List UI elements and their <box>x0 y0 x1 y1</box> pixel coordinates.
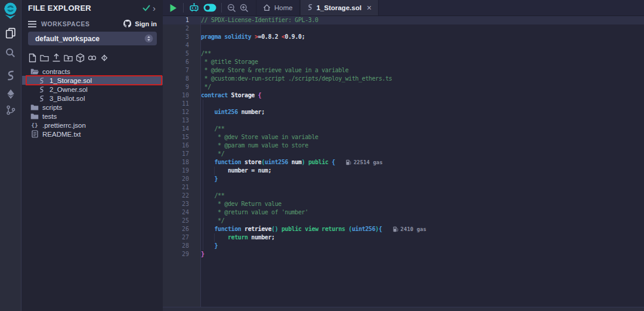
tree-item-readme-txt[interactable]: README.txt <box>22 130 163 138</box>
tab-home[interactable]: Home <box>256 0 300 16</box>
upload-file-icon[interactable] <box>52 53 61 63</box>
ipfs-cube-icon[interactable] <box>76 53 85 63</box>
tree-item-label: .prettierrc.json <box>42 122 86 129</box>
line-number: 9 <box>163 83 200 91</box>
workspace-select[interactable]: default_workspace <box>28 32 157 45</box>
code-line-8[interactable]: * @custom:dev-run-script ./scripts/deplo… <box>201 75 644 83</box>
code-line-24[interactable]: * @return value of 'number' <box>201 208 644 217</box>
code-line-23[interactable]: * @dev Return value <box>201 200 644 208</box>
line-number: 22 <box>163 192 200 200</box>
file-explorer-header: FILE EXPLORER › <box>22 0 163 16</box>
line-number: 29 <box>163 250 200 258</box>
line-number: 25 <box>163 217 200 225</box>
solidity-file-icon <box>38 86 46 93</box>
tab-1-storage-sol[interactable]: 1_Storage.sol × <box>300 0 379 16</box>
activity-bar-item-remix-logo[interactable] <box>0 2 21 21</box>
code-line-27[interactable]: return number; <box>201 233 644 242</box>
line-number: 28 <box>163 242 200 250</box>
tree-item-contracts[interactable]: contracts <box>22 67 163 76</box>
code-line-20[interactable]: } <box>201 175 644 183</box>
line-number: 4 <box>163 41 200 50</box>
line-number: 5 <box>163 50 200 58</box>
code-line-21[interactable] <box>201 183 644 192</box>
code-line-11[interactable] <box>201 100 644 108</box>
code-line-15[interactable]: * @dev Store value in variable <box>201 133 644 141</box>
code-line-16[interactable]: * @param num value to store <box>201 141 644 150</box>
new-file-icon[interactable] <box>28 53 37 63</box>
line-number: 1 <box>163 16 200 24</box>
code-line-6[interactable]: * @title Storage <box>201 58 644 66</box>
search-icon <box>5 48 16 60</box>
line-number: 10 <box>163 91 200 100</box>
tree-item--prettierrc-json[interactable]: {}.prettierrc.json <box>22 121 163 130</box>
workspace-select-value: default_workspace <box>35 35 100 43</box>
tree-item-label: tests <box>42 113 57 120</box>
ai-assistant-icon[interactable] <box>188 0 200 16</box>
folder-icon <box>30 113 39 120</box>
code-line-29[interactable]: } <box>201 250 644 258</box>
chevron-right-icon[interactable]: › <box>150 4 158 13</box>
tab-home-label: Home <box>274 4 293 11</box>
zoom-in-icon[interactable] <box>240 0 249 16</box>
code-line-4[interactable] <box>201 41 644 50</box>
line-number-gutter: 1234567891011121314151617181920212223242… <box>163 16 201 307</box>
code-line-2[interactable] <box>201 24 644 33</box>
code-line-1[interactable]: // SPDX-License-Identifier: GPL-3.0 <box>201 16 644 24</box>
new-folder-icon[interactable] <box>40 53 49 63</box>
code-line-3[interactable]: pragma solidity >=0.8.2 <0.9.0; <box>201 33 644 41</box>
panel-title: FILE EXPLORER <box>28 4 91 13</box>
code-line-13[interactable] <box>201 116 644 125</box>
upload-folder-icon[interactable] <box>64 53 73 63</box>
sign-in-button[interactable]: Sign in <box>123 19 157 29</box>
tree-item-3-ballot-sol[interactable]: 3_Ballot.sol <box>22 94 163 103</box>
tab-file-label: 1_Storage.sol <box>317 4 361 11</box>
code-line-12[interactable]: uint256 number; <box>201 108 644 116</box>
line-number: 7 <box>163 66 200 75</box>
tree-item-tests[interactable]: tests <box>22 112 163 121</box>
line-number: 6 <box>163 58 200 66</box>
activity-bar-item-file-explorer[interactable] <box>0 27 21 41</box>
code-line-5[interactable]: /** <box>201 50 644 58</box>
line-number: 20 <box>163 175 200 183</box>
activity-bar-item-deploy-run[interactable] <box>0 89 21 101</box>
tree-item-2-owner-sol[interactable]: 2_Owner.sol <box>22 85 163 94</box>
gas-estimate-badge: 22514 gas <box>346 158 383 167</box>
hamburger-menu-icon[interactable] <box>28 21 36 27</box>
line-number: 13 <box>163 116 200 125</box>
line-number: 26 <box>163 225 200 233</box>
code-line-18[interactable]: function store(uint256 num) public {2251… <box>201 158 644 167</box>
file-explorer-panel: FILE EXPLORER › WORKSPACES Sign in defau… <box>22 0 163 311</box>
zoom-out-icon[interactable] <box>227 0 236 16</box>
link-icon[interactable] <box>88 53 97 63</box>
tree-item-scripts[interactable]: scripts <box>22 103 163 112</box>
gist-icon[interactable] <box>100 53 109 63</box>
line-number: 23 <box>163 200 200 208</box>
activity-bar-item-solidity-compiler[interactable] <box>0 70 21 83</box>
activity-bar-item-search[interactable] <box>0 48 21 60</box>
toggle-on-icon[interactable] <box>203 0 216 16</box>
line-number: 19 <box>163 167 200 175</box>
code-line-28[interactable]: } <box>201 242 644 250</box>
line-number: 27 <box>163 233 200 242</box>
run-icon[interactable] <box>169 0 177 16</box>
line-number: 24 <box>163 208 200 217</box>
code-line-25[interactable]: */ <box>201 217 644 225</box>
code-line-19[interactable]: number = num; <box>201 167 644 175</box>
tree-item-1-storage-sol[interactable]: 1_Storage.sol <box>22 76 163 85</box>
folder-icon <box>30 104 39 111</box>
code-line-22[interactable]: /** <box>201 192 644 200</box>
line-number: 15 <box>163 133 200 141</box>
check-icon[interactable] <box>143 5 150 11</box>
activity-bar <box>0 0 21 311</box>
code-line-7[interactable]: * @dev Store & retrieve value in a varia… <box>201 66 644 75</box>
line-number: 12 <box>163 108 200 116</box>
code-line-26[interactable]: function retrieve() public view returns … <box>201 225 644 233</box>
code-line-17[interactable]: */ <box>201 150 644 158</box>
close-icon[interactable]: × <box>367 4 371 12</box>
code-line-9[interactable]: */ <box>201 83 644 91</box>
line-number: 18 <box>163 158 200 167</box>
code-line-10[interactable]: contract Storage { <box>201 91 644 100</box>
file-text-icon <box>30 130 39 138</box>
code-line-14[interactable]: /** <box>201 125 644 133</box>
activity-bar-item-git[interactable] <box>0 105 21 118</box>
